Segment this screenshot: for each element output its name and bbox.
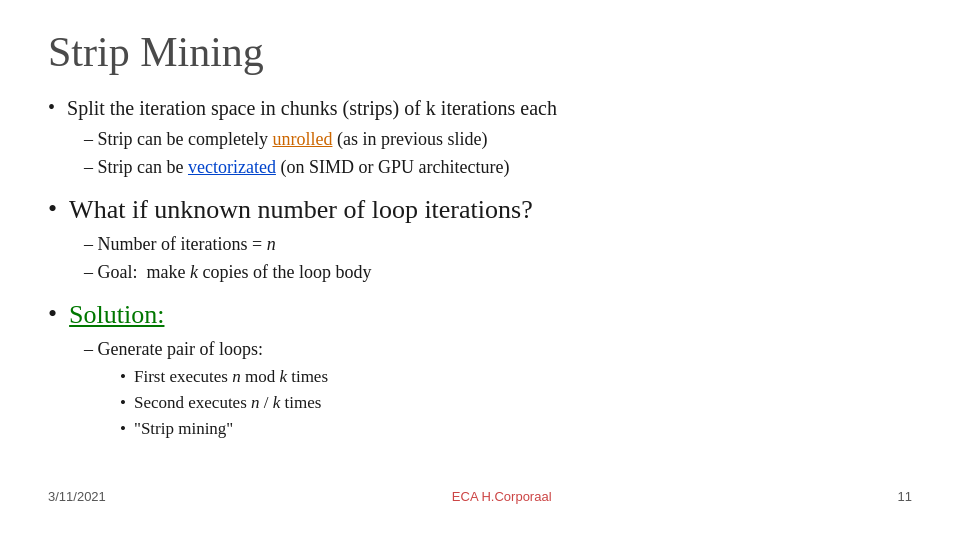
bullet-3-subs: – Generate pair of loops: • First execut… <box>84 336 912 443</box>
bullet-2-text: What if unknown number of loop iteration… <box>69 192 533 227</box>
sub-bullet-1-2: – Strip can be vectorizated (on SIMD or … <box>84 154 912 182</box>
bullet-1-text: Split the iteration space in chunks (str… <box>67 94 557 122</box>
inner-item-2: • Second executes n / k times <box>120 390 912 416</box>
slide: Strip Mining • Split the iteration space… <box>0 0 960 540</box>
sub-bullet-3-intro: – Generate pair of loops: <box>84 336 912 364</box>
inner-text-2: Second executes n / k times <box>134 390 321 416</box>
bullet-2-subs: – Number of iterations = n – Goal: make … <box>84 231 912 287</box>
bullet-3: • Solution: <box>48 297 912 332</box>
inner-dot-3: • <box>120 416 126 442</box>
inner-text-1: First executes n mod k times <box>134 364 328 390</box>
inner-dot-2: • <box>120 390 126 416</box>
slide-content: • Split the iteration space in chunks (s… <box>48 94 912 485</box>
bullet-1: • Split the iteration space in chunks (s… <box>48 94 912 122</box>
inner-text-3: "Strip mining" <box>134 416 233 442</box>
inner-item-3: • "Strip mining" <box>120 416 912 442</box>
highlight-vectorized: vectorizated <box>188 157 276 177</box>
bullet-2: • What if unknown number of loop iterati… <box>48 192 912 227</box>
bullet-3-text: Solution: <box>69 297 164 332</box>
sub-bullet-2-2: – Goal: make k copies of the loop body <box>84 259 912 287</box>
highlight-solution: Solution: <box>69 300 164 329</box>
sub-bullet-1-1: – Strip can be completely unrolled (as i… <box>84 126 912 154</box>
slide-footer: 3/11/2021 ECA H.Corporaal 11 <box>48 485 912 504</box>
footer-author: ECA H.Corporaal <box>452 489 552 504</box>
bullet-1-subs: – Strip can be completely unrolled (as i… <box>84 126 912 182</box>
bullet-dot-3: • <box>48 299 57 329</box>
inner-item-1: • First executes n mod k times <box>120 364 912 390</box>
sub-bullet-3-inner: • First executes n mod k times • Second … <box>120 364 912 443</box>
footer-date: 3/11/2021 <box>48 489 106 504</box>
highlight-unrolled: unrolled <box>272 129 332 149</box>
sub-bullet-2-1: – Number of iterations = n <box>84 231 912 259</box>
bullet-dot-2: • <box>48 194 57 224</box>
footer-page: 11 <box>898 489 912 504</box>
slide-title: Strip Mining <box>48 28 912 76</box>
bullet-dot-1: • <box>48 96 55 119</box>
inner-dot-1: • <box>120 364 126 390</box>
